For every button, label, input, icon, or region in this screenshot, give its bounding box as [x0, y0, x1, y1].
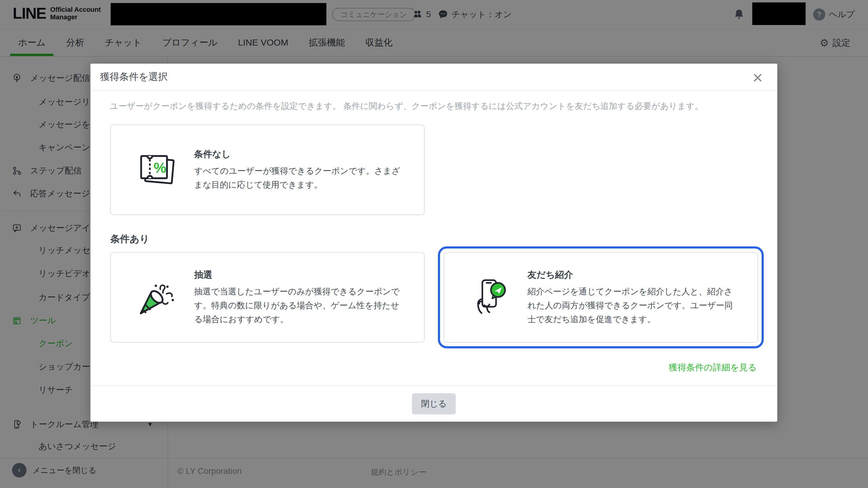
- svg-text:%: %: [154, 160, 166, 176]
- condition-card-referral[interactable]: 友だち紹介 紹介ページを通じてクーポンを紹介した人と、紹介された人の両方が獲得で…: [444, 252, 758, 343]
- condition-card-referral-text: 友だち紹介 紹介ページを通じてクーポンを紹介した人と、紹介された人の両方が獲得で…: [527, 269, 738, 326]
- condition-card-lottery[interactable]: 抽選 抽選で当選したユーザーのみが獲得できるクーポンです。特典の数に限りがある場…: [110, 252, 425, 343]
- condition-card-lottery-desc: 抽選で当選したユーザーのみが獲得できるクーポンです。特典の数に限りがある場合や、…: [194, 285, 405, 326]
- conditional-section-heading: 条件あり: [110, 233, 150, 246]
- modal-header: 獲得条件を選択: [90, 64, 777, 91]
- condition-card-none[interactable]: % 条件なし すべてのユーザーが獲得できるクーポンです。さまざまな目的に応じて使…: [110, 124, 425, 215]
- condition-card-none-desc: すべてのユーザーが獲得できるクーポンです。さまざまな目的に応じて使用できます。: [194, 164, 405, 192]
- condition-card-referral-desc: 紹介ページを通じてクーポンを紹介した人と、紹介された人の両方が獲得できるクーポン…: [527, 285, 738, 326]
- acquisition-details-link[interactable]: 獲得条件の詳細を見る: [669, 362, 757, 374]
- acquisition-condition-modal: 獲得条件を選択 × ユーザーがクーポンを獲得するための条件を設定できます。 条件…: [90, 64, 777, 422]
- party-popper-icon: [135, 278, 180, 317]
- modal-title: 獲得条件を選択: [100, 70, 168, 84]
- close-modal-button[interactable]: 閉じる: [412, 393, 456, 414]
- condition-card-lottery-title: 抽選: [194, 269, 405, 281]
- condition-card-lottery-text: 抽選 抽選で当選したユーザーのみが獲得できるクーポンです。特典の数に限りがある場…: [194, 269, 405, 326]
- close-icon[interactable]: ×: [747, 65, 768, 89]
- coupon-ticket-icon: %: [135, 150, 180, 190]
- condition-card-none-text: 条件なし すべてのユーザーが獲得できるクーポンです。さまざまな目的に応じて使用で…: [194, 148, 405, 192]
- modal-footer: 閉じる: [90, 385, 777, 422]
- condition-card-none-title: 条件なし: [194, 148, 405, 161]
- modal-description: ユーザーがクーポンを獲得するための条件を設定できます。 条件に関わらず、クーポン…: [110, 101, 761, 112]
- condition-card-referral-title: 友だち紹介: [527, 269, 738, 281]
- referral-phone-icon: [468, 278, 514, 317]
